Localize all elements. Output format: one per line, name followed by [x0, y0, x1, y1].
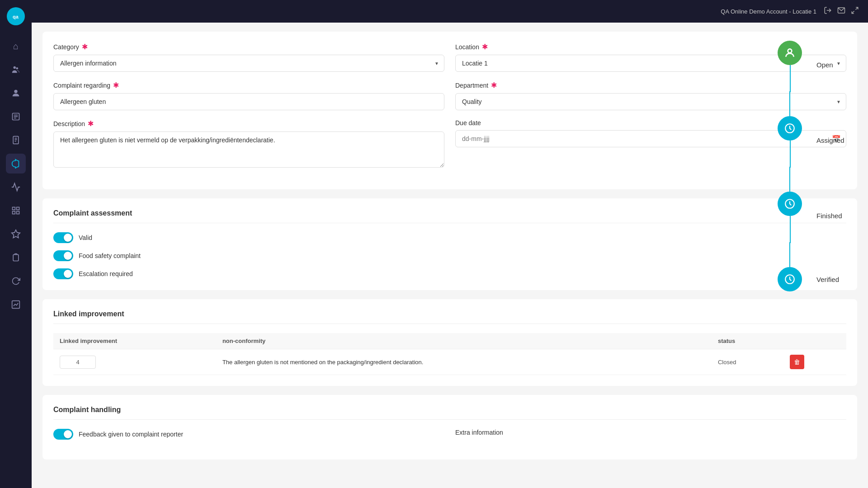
verified-step: Verified	[778, 267, 839, 319]
finished-step: Finished	[778, 192, 842, 267]
feedback-toggle-label: Feedback given to complaint reporter	[79, 431, 183, 438]
assigned-label: Assigned	[816, 136, 844, 144]
escalation-toggle-row: Escalation required	[53, 268, 846, 279]
open-step: Open	[778, 41, 833, 116]
finished-circle	[778, 192, 802, 216]
main-form-section: Category ✱ Allergen information Quality …	[42, 32, 857, 189]
mail-icon[interactable]	[837, 6, 845, 16]
app-logo: qa	[7, 7, 25, 25]
description-label: Description ✱	[53, 119, 444, 128]
assigned-circle	[778, 116, 802, 141]
clipboard-icon[interactable]	[6, 248, 26, 267]
svg-point-2	[14, 66, 16, 69]
department-required: ✱	[491, 81, 497, 89]
table-col-nonconformity: non-conformity	[216, 333, 712, 349]
complaint-handling-row: Feedback given to complaint reporter Ext…	[53, 429, 846, 440]
status-cell: Closed	[712, 349, 783, 375]
organization-icon[interactable]	[6, 60, 26, 80]
location-required: ✱	[482, 42, 488, 51]
assigned-step: Assigned	[778, 116, 844, 192]
svg-rect-15	[13, 211, 15, 214]
svg-point-24	[788, 49, 792, 53]
verified-circle	[778, 267, 802, 291]
account-label: QA Online Demo Account - Locatie 1	[721, 8, 816, 15]
delete-button[interactable]: 🗑	[790, 355, 804, 369]
complaint-handling-header: Complaint handling	[53, 406, 846, 420]
svg-marker-17	[12, 230, 20, 238]
valid-toggle-label: Valid	[79, 234, 92, 241]
table-col-linked: Linked improvement	[53, 333, 216, 349]
extra-info-label: Extra information	[455, 429, 846, 436]
extra-info-group: Extra information	[455, 429, 846, 440]
food-safety-toggle[interactable]	[53, 250, 73, 261]
feedback-toggle[interactable]	[53, 429, 73, 440]
valid-toggle[interactable]	[53, 232, 73, 243]
improvement-id-cell: 4	[53, 349, 216, 375]
feedback-toggle-row: Feedback given to complaint reporter	[53, 429, 444, 440]
main-content: Category ✱ Allergen information Quality …	[32, 23, 868, 488]
verified-label: Verified	[816, 276, 839, 283]
category-select[interactable]: Allergen information Quality complaint P…	[53, 55, 444, 72]
category-group: Category ✱ Allergen information Quality …	[53, 42, 444, 72]
category-select-wrapper: Allergen information Quality complaint P…	[53, 55, 444, 72]
finished-label: Finished	[816, 212, 842, 220]
food-safety-toggle-label: Food safety complaint	[79, 252, 141, 259]
complaint-regarding-input[interactable]	[53, 93, 444, 110]
food-safety-toggle-row: Food safety complaint	[53, 250, 846, 261]
linked-improvement-table: Linked improvement non-conformity status…	[53, 333, 846, 375]
description-duedate-row: Description ✱ Het allergeen gluten is ni…	[53, 119, 846, 169]
complaint-regarding-required: ✱	[113, 81, 119, 89]
complaint-assessment-section: Complaint assessment Valid Food safety c…	[42, 198, 857, 290]
document-icon[interactable]	[6, 130, 26, 150]
actions-cell: 🗑	[783, 349, 846, 375]
workflow-panel: Open Assigned Finished Verified	[769, 23, 868, 337]
description-required: ✱	[88, 119, 94, 128]
logout-icon[interactable]	[824, 6, 832, 16]
analytics-icon[interactable]	[6, 295, 26, 314]
linked-improvement-section: Linked improvement Linked improvement no…	[42, 299, 857, 386]
category-location-row: Category ✱ Allergen information Quality …	[53, 42, 846, 72]
status-badge: Closed	[718, 359, 736, 366]
svg-rect-13	[13, 207, 15, 210]
escalation-toggle-label: Escalation required	[79, 270, 133, 277]
svg-line-22	[856, 7, 858, 9]
complaint-department-row: Complaint regarding ✱ Department ✱ Quali…	[53, 81, 846, 110]
assessment-toggles: Valid Food safety complaint Escalation r…	[53, 232, 846, 279]
refresh-icon[interactable]	[6, 271, 26, 291]
description-textarea[interactable]: Het allergeen gluten is niet vermeld op …	[53, 131, 444, 168]
nonconformity-cell: The allergen gluten is not mentioned on …	[216, 349, 712, 375]
svg-point-4	[14, 90, 17, 93]
svg-rect-14	[17, 207, 19, 210]
category-required: ✱	[82, 42, 88, 51]
sidebar: qa ⌂	[0, 0, 32, 488]
description-group: Description ✱ Het allergeen gluten is ni…	[53, 119, 444, 169]
svg-line-23	[852, 11, 854, 14]
book-icon[interactable]	[6, 107, 26, 127]
category-label: Category ✱	[53, 42, 444, 51]
chart-icon[interactable]	[6, 177, 26, 197]
valid-toggle-row: Valid	[53, 232, 846, 243]
complaint-regarding-group: Complaint regarding ✱	[53, 81, 444, 110]
open-circle	[778, 41, 802, 65]
linked-improvement-header: Linked improvement	[53, 310, 846, 324]
feedback-group: Feedback given to complaint reporter	[53, 429, 444, 440]
expand-icon[interactable]	[851, 6, 859, 16]
star-icon[interactable]	[6, 224, 26, 244]
escalation-toggle[interactable]	[53, 268, 73, 279]
home-icon[interactable]: ⌂	[6, 36, 26, 56]
svg-rect-16	[17, 211, 19, 214]
table-row: 4 The allergen gluten is not mentioned o…	[53, 349, 846, 375]
complaint-assessment-header: Complaint assessment	[53, 209, 846, 223]
megaphone-icon[interactable]	[6, 154, 26, 174]
open-label: Open	[816, 61, 833, 69]
svg-rect-18	[13, 254, 19, 261]
complaint-regarding-label: Complaint regarding ✱	[53, 81, 444, 89]
user-icon[interactable]	[6, 83, 26, 103]
topbar: QA Online Demo Account - Locatie 1	[32, 0, 868, 23]
svg-point-3	[16, 67, 18, 70]
nonconformity-text: The allergen gluten is not mentioned on …	[222, 359, 423, 366]
complaint-handling-section: Complaint handling Feedback given to com…	[42, 395, 857, 460]
improvement-id: 4	[60, 356, 96, 369]
svg-text:qa: qa	[13, 14, 19, 19]
grid-icon[interactable]	[6, 201, 26, 221]
